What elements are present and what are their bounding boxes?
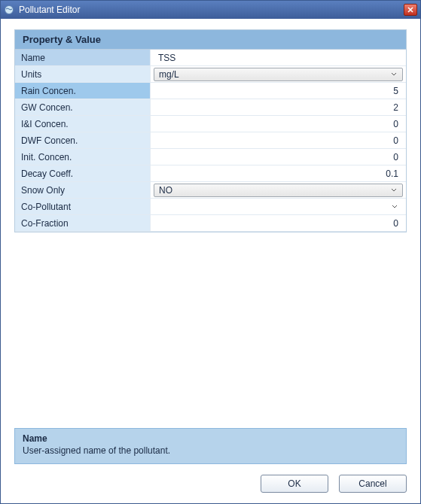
spacer [14,232,407,421]
app-icon [4,5,14,15]
prop-label-gw-concen: GW Concen. [15,99,151,116]
snow-only-dropdown[interactable]: NO [154,184,403,197]
close-button[interactable] [404,4,417,16]
chevron-down-icon [390,71,398,78]
prop-label-co-fraction: Co-Fraction [15,215,151,232]
ok-button[interactable]: OK [261,475,328,493]
prop-label-init-concen: Init. Concen. [15,149,151,165]
prop-label-dwf-concen: DWF Concen. [15,132,151,149]
prop-value-co-fraction[interactable]: 0 [151,215,406,232]
units-dropdown[interactable]: mg/L [154,68,403,81]
help-panel: Name User-assigned name of the pollutant… [14,428,407,464]
prop-label-units: Units [15,66,151,83]
ii-concen-value-text: 0 [393,119,398,129]
prop-value-co-pollutant [151,199,406,215]
prop-label-ii-concen: I&I Concen. [15,116,151,132]
prop-value-gw-concen[interactable]: 2 [151,99,406,116]
prop-label-name: Name [15,50,151,66]
svg-point-0 [5,6,14,14]
gw-concen-value-text: 2 [393,102,398,113]
cancel-button[interactable]: Cancel [339,475,407,493]
property-grid: Property & Value Name TSS Units mg/L [14,29,407,232]
prop-value-decay-coeff[interactable]: 0.1 [151,165,406,182]
pollutant-editor-window: Pollutant Editor Property & Value Name T… [0,0,421,504]
init-concen-value-text: 0 [393,152,398,162]
ok-button-label: OK [288,478,300,489]
units-dropdown-text: mg/L [159,69,390,80]
prop-value-rain-concen[interactable]: 5 [151,83,406,99]
prop-value-snow-only: NO [151,182,406,199]
grid-body: Name TSS Units mg/L Rain Concen. [15,50,406,232]
chevron-down-icon [390,187,398,194]
co-fraction-value-text: 0 [393,218,398,229]
help-description: User-assigned name of the pollutant. [23,445,398,456]
prop-value-init-concen[interactable]: 0 [151,149,406,165]
co-pollutant-dropdown[interactable] [154,200,403,214]
button-row: OK Cancel [14,475,407,493]
name-value-text: TSS [158,53,175,63]
prop-value-name[interactable]: TSS [151,50,406,66]
snow-only-dropdown-text: NO [159,185,390,196]
cancel-button-label: Cancel [358,478,386,489]
prop-label-rain-concen: Rain Concen. [15,83,151,99]
decay-coeff-value-text: 0.1 [386,169,398,179]
close-icon [407,6,414,14]
window-title: Pollutant Editor [19,5,404,15]
prop-value-units: mg/L [151,66,406,83]
client-area: Property & Value Name TSS Units mg/L [1,19,420,503]
chevron-down-icon [391,203,398,211]
prop-label-snow-only: Snow Only [15,182,151,199]
prop-value-dwf-concen[interactable]: 0 [151,132,406,149]
prop-value-ii-concen[interactable]: 0 [151,116,406,132]
prop-label-decay-coeff: Decay Coeff. [15,165,151,182]
titlebar: Pollutant Editor [1,1,420,19]
help-title: Name [23,433,398,444]
prop-label-co-pollutant: Co-Pollutant [15,199,151,215]
dwf-concen-value-text: 0 [393,135,398,146]
rain-concen-value-text: 5 [393,86,398,96]
grid-header: Property & Value [15,30,406,50]
